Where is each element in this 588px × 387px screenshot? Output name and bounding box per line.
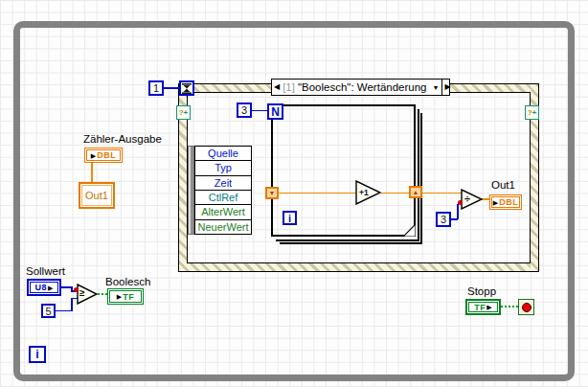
control-arrow-icon: ▶ [486, 304, 491, 310]
setpoint-label[interactable]: Sollwert [26, 265, 65, 277]
control-arrow-icon: ▶ [48, 285, 53, 291]
for-loop-stack-line [276, 239, 419, 241]
case-title[interactable]: "Boolesch": Wertänderung [298, 81, 427, 93]
coercion-dot [74, 287, 79, 292]
dynamic-event-terminal-right[interactable]: ?+ [525, 105, 539, 120]
event-data-row[interactable]: Zeit [195, 176, 251, 191]
stop-control-label[interactable]: Stopp [467, 285, 496, 297]
terminal-type: DBL [499, 197, 518, 207]
terminal-type: TF [123, 292, 134, 302]
stop-sign-icon [522, 303, 531, 312]
event-data-node-bar[interactable] [188, 146, 194, 235]
boolean-tf-indicator[interactable]: ▶TF [107, 288, 144, 305]
event-data-row[interactable]: CtlRef [195, 191, 251, 205]
wire-shift-to-divide [422, 193, 462, 194]
shift-register-right[interactable]: ▲ [409, 186, 422, 198]
wire-stop [501, 306, 518, 307]
counter-output-dbl-indicator[interactable]: ▶DBL [84, 148, 123, 163]
increment-glyph: +1 [359, 188, 369, 197]
indicator-arrow-icon: ▶ [117, 293, 122, 300]
out1-source-node[interactable]: Out1 [79, 182, 115, 209]
wire-boolean [98, 293, 107, 295]
while-loop-iteration-terminal[interactable]: i [29, 346, 46, 363]
event-timeout-terminal[interactable] [179, 80, 194, 96]
dynamic-event-terminal-left[interactable]: ?+ [176, 105, 191, 120]
wire-const-divide [457, 204, 459, 219]
event-data-node[interactable]: Quelle Typ Zeit CtlRef AlterWert NeuerWe… [194, 146, 252, 235]
dynamic-event-plus: + [184, 109, 189, 117]
out1-node-label: Out1 [81, 185, 112, 206]
coercion-dot [458, 200, 463, 205]
indicator-arrow-icon: ▶ [493, 199, 498, 206]
page-curl-icon [403, 224, 416, 237]
event-case-selector: ◀ [1] "Boolesch": Wertänderung ▼ ▶ [271, 79, 450, 96]
divide-constant[interactable]: 3 [436, 212, 451, 227]
event-data-row[interactable]: NeuerWert [195, 220, 251, 234]
block-diagram-canvas: i 1 ◀ [1] "Boolesch": Wertänderung ▼ ▶ ?… [0, 0, 588, 387]
prev-case-arrow-icon[interactable]: ◀ [272, 83, 282, 91]
wire-const-compare [71, 298, 73, 311]
for-loop-count-terminal[interactable]: N [267, 103, 283, 120]
terminal-type: U8 [35, 283, 48, 292]
boolean-indicator-label[interactable]: Boolesch [105, 276, 150, 287]
for-loop-stack-line [420, 113, 422, 244]
dynamic-event-plus: + [532, 109, 537, 117]
hourglass-icon [182, 83, 192, 94]
divide-glyph: ÷ [464, 193, 470, 204]
divide-node[interactable]: ÷ [461, 189, 483, 210]
for-loop-iteration-terminal[interactable]: i [283, 211, 297, 225]
for-loop-count-constant[interactable]: 3 [237, 102, 252, 118]
event-data-row[interactable]: Quelle [195, 147, 251, 161]
indicator-arrow-icon: ▶ [91, 152, 96, 159]
wire-counter [91, 163, 93, 182]
wire-shift-to-increment [279, 193, 355, 194]
out1-dbl-indicator[interactable]: ▶DBL [489, 194, 522, 210]
greater-equal-glyph: ≥ [79, 287, 85, 298]
stop-tf-control[interactable]: TF▶ [465, 299, 501, 315]
event-data-row[interactable]: Typ [195, 161, 251, 175]
wire-count [252, 110, 267, 112]
shift-register-left[interactable]: ▼ [265, 187, 279, 199]
loop-condition-terminal[interactable] [518, 299, 534, 315]
terminal-type: TF [474, 303, 486, 312]
out1-label[interactable]: Out1 [491, 179, 515, 191]
wire-timeout [164, 87, 179, 89]
next-case-arrow-icon[interactable]: ▶ [442, 83, 452, 91]
for-loop-stack-line [418, 109, 419, 241]
event-data-row[interactable]: AlterWert [195, 205, 251, 219]
case-dropdown-icon[interactable]: ▼ [432, 84, 439, 91]
terminal-type: DBL [97, 150, 116, 160]
wire-const-compare [56, 310, 72, 312]
wire-increment-to-shift [380, 193, 409, 194]
increment-node[interactable]: +1 [355, 180, 381, 205]
greater-equal-node[interactable]: ≥ [77, 284, 98, 305]
case-index: [1] [283, 81, 295, 93]
timeout-constant[interactable]: 1 [148, 80, 164, 96]
compare-constant[interactable]: 5 [41, 304, 56, 318]
setpoint-u8-control[interactable]: U8▶ [27, 279, 61, 296]
for-loop-stack-line [280, 242, 422, 244]
counter-output-label[interactable]: Zähler-Ausgabe [83, 133, 162, 145]
